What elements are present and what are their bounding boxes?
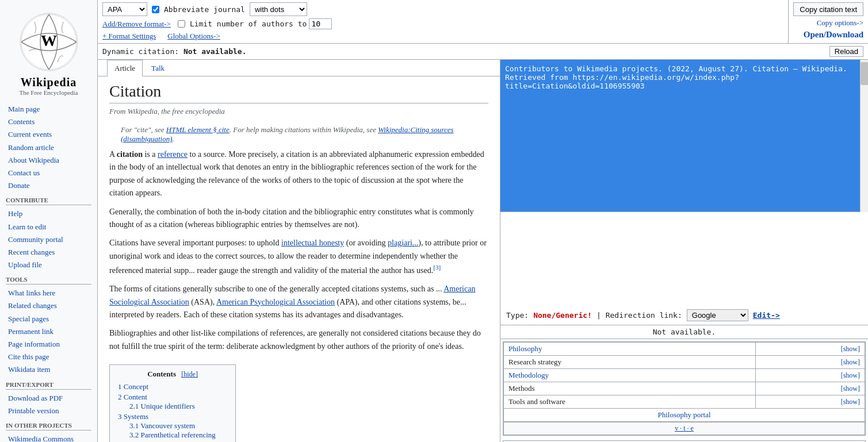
other-projects-heading: In other projects [6,422,91,431]
categories-panel: Philosophy [show] Research strategy [sho… [503,341,866,436]
limit-authors-input[interactable] [309,18,332,29]
tab-talk[interactable]: Talk [144,60,172,76]
toc-content-link[interactable]: 2 Content [118,393,147,401]
limit-authors-text: Limit number of authors to [190,20,307,28]
sidebar-item-cite-page[interactable]: Cite this page [6,351,91,363]
other-projects-section: In other projects Wikimedia Commons [0,418,97,442]
sidebar-item-community-portal[interactable]: Community portal [6,233,91,246]
sidebar-item-what-links-here[interactable]: What links here [6,287,91,299]
vte-bar: v · t · e [503,422,865,435]
citation-actions: Copy citation text Copy options-> Open/D… [788,0,868,43]
sidebar-item-permanent-link[interactable]: Permanent link [6,325,91,338]
sidebar-item-current-events[interactable]: Current events [6,128,91,141]
sidebar-item-random-article[interactable]: Random article [6,141,91,154]
toc-concept-link[interactable]: 1 Concept [118,382,148,391]
sidebar-item-special-pages[interactable]: Special pages [6,313,91,325]
reference-link[interactable]: reference [158,150,188,159]
research-strategy-show-btn[interactable]: [show] [841,358,860,366]
article-para4: The forms of citations generally subscri… [109,283,488,321]
toc-item-3-1: 3.1 Vancouver system [129,421,227,431]
citation-format-select[interactable]: APA MLA Chicago Harvard [102,2,147,16]
citation-textarea-panel: Contributors to Wikimedia projects. (202… [500,60,868,442]
category-methodology-link[interactable]: Methodology [508,371,549,379]
category-row-research-strategy: Research strategy [show] [504,356,865,369]
dynamic-citation-label: Dynamic citation: Not available. [102,47,246,56]
sidebar-item-donate[interactable]: Donate [6,179,91,192]
sidebar-item-about[interactable]: About Wikipedia [6,154,91,167]
sidebar-item-help[interactable]: Help [6,207,91,220]
toc-vancouver-link[interactable]: 3.1 Vancouver system [129,421,195,430]
intellectual-honesty-link[interactable]: intellectual honesty [281,239,344,247]
add-remove-format-btn[interactable]: Add/Remove format-> [102,20,171,29]
sidebar-item-contact[interactable]: Contact us [6,167,91,179]
sidebar-item-printable[interactable]: Printable version [6,405,91,417]
methodology-show-btn[interactable]: [show] [841,371,860,379]
plagiarism-link[interactable]: plagiari... [388,239,418,247]
abbreviate-text: Abbreviate journal [164,5,245,14]
philosophy-portal-link[interactable]: Philosophy portal [657,410,710,419]
article-title: Citation [109,82,488,103]
abbreviate-label: Abbreviate journal [152,5,245,14]
open-download-btn[interactable]: Open/Download [804,30,863,40]
toc-hide-btn[interactable]: [hide] [181,370,198,378]
vte-link[interactable]: v · t · e [675,424,694,432]
categories-table: Philosophy [show] Research strategy [sho… [503,342,865,422]
contribute-section: Contribute Help Learn to edit Community … [0,193,97,272]
html-element-link[interactable]: HTML element § cite [166,125,230,134]
citation-textarea[interactable]: Contributors to Wikimedia projects. (202… [500,60,868,212]
sidebar-item-main-page[interactable]: Main page [6,103,91,116]
abbreviate-checkbox[interactable] [152,6,159,13]
citation-controls: APA MLA Chicago Harvard Abbreviate journ… [98,0,788,43]
global-options-btn[interactable]: Global Options-> [167,32,220,41]
not-available-row: Not available. [500,325,868,339]
philosophy-portal-row: Philosophy portal [504,409,865,422]
dynamic-citation-header: Dynamic citation: Not available. Reload [98,44,868,60]
methods-show-btn[interactable]: [show] [841,385,860,393]
sidebar-item-wikidata[interactable]: Wikidata item [6,363,91,376]
tools-show-btn[interactable]: [show] [841,398,860,406]
sidebar-item-page-info[interactable]: Page information [6,338,91,351]
format-settings-btn[interactable]: + Format Settings [102,32,156,41]
tab-article[interactable]: Article [107,60,143,76]
article-hatnote: For "cite", see HTML element § cite. For… [109,123,488,148]
category-row-philosophy: Philosophy [show] [504,343,865,356]
toc-systems-link[interactable]: 3 Systems [118,412,148,421]
journal-dots-select[interactable]: with dots without dots [250,2,307,16]
category-research-strategy-label: Research strategy [508,358,561,366]
citation-footer-row1: Type: None/Generic! | Redirection link: … [500,306,868,325]
article-para3: Citations have several important purpose… [109,237,488,277]
limit-authors-label: Limit number of authors to [178,18,332,29]
scrollbar-track [860,60,868,212]
category-philosophy-link[interactable]: Philosophy [508,344,542,353]
apa-link[interactable]: American Psychological Association [216,298,335,306]
sidebar: W Wikipedia The Free Encyclopedia Main p… [0,0,98,442]
reload-btn[interactable]: Reload [829,46,863,57]
sidebar-item-recent-changes[interactable]: Recent changes [6,246,91,259]
ref3-sup[interactable]: [3] [433,264,441,271]
table-of-contents: Contents [hide] 1 Concept 2 Content 2.1 … [109,364,236,442]
scrollbar-thumb[interactable] [861,62,868,85]
copy-options-btn[interactable]: Copy options-> [817,18,863,28]
sidebar-item-learn-to-edit[interactable]: Learn to edit [6,221,91,233]
logo-area: W Wikipedia The Free Encyclopedia [0,5,97,99]
sidebar-item-download-pdf[interactable]: Download as PDF [6,392,91,405]
tools-section: Tools What links here Related changes Sp… [0,272,97,377]
category-tools-label: Tools and software [508,397,565,406]
toc-item-3-2: 3.2 Parenthetical referencing [129,431,227,440]
sidebar-item-related-changes[interactable]: Related changes [6,299,91,312]
philosophy-show-btn[interactable]: [show] [841,345,860,353]
limit-authors-checkbox[interactable] [178,20,185,28]
toc-unique-identifiers-link[interactable]: 2.1 Unique identifiers [129,402,195,410]
sidebar-item-upload-file[interactable]: Upload file [6,259,91,271]
copy-citation-btn[interactable]: Copy citation text [793,2,863,16]
redirection-engine-select[interactable]: Google Bing DuckDuckGo [687,309,748,321]
sidebar-item-contents[interactable]: Contents [6,116,91,128]
article-para2: Generally, the combination of both the i… [109,206,488,232]
toc-item-2: 2 Content 2.1 Unique identifiers [118,393,227,411]
print-heading: Print/export [6,381,91,390]
edit-link[interactable]: Edit-> [753,311,780,320]
toc-parenthetical-link[interactable]: 3.2 Parenthetical referencing [129,431,216,439]
sidebar-item-wikimedia-commons[interactable]: Wikimedia Commons [6,433,91,442]
tools-heading: Tools [6,276,91,285]
svg-text:W: W [41,32,57,49]
